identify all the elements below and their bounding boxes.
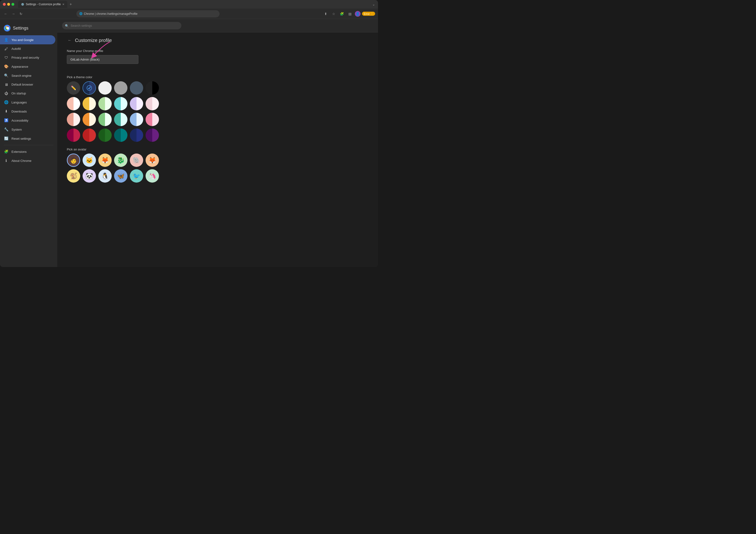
color-swatch-crimson[interactable] [67,129,80,142]
sidebar-item-accessibility[interactable]: ♿Accessibility [0,116,55,125]
sidebar-label-system: System [12,128,22,131]
sidebar-label-on-startup: On startup [12,91,26,95]
sidebar-icon-appearance: 🎨 [4,64,9,69]
sidebar-label-about-chrome: About Chrome [12,159,32,163]
sidebar-item-about-chrome[interactable]: ℹAbout Chrome [0,156,55,165]
url-bar[interactable]: 🌐 Chrome | chrome://settings/manageProfi… [76,10,220,17]
avatar-emoji-panda: 🐼 [85,172,93,180]
sidebar-toggle-icon[interactable]: ▤ [347,11,353,17]
sidebar-label-appearance: Appearance [12,65,28,68]
sidebar-label-default-browser: Default browser [12,83,33,86]
sidebar-icon-languages: 🌐 [4,100,9,104]
color-swatch-yellow-white[interactable] [83,97,96,110]
error-label: Error [364,13,370,15]
avatar-fox[interactable]: 🦊 [98,154,112,167]
color-swatch-purple[interactable] [146,129,159,142]
close-button[interactable] [3,3,6,6]
sidebar-label-search-engine: Search engine [12,74,32,77]
window-collapse[interactable]: ⌄ [372,2,375,6]
avatar-monkey[interactable]: 🐒 [67,169,80,183]
sidebar-item-search-engine[interactable]: 🔍Search engine [0,71,55,80]
avatar-emoji-dragon: 🐉 [117,157,124,164]
tab-bar: ⚙️ Settings - Customize profile ✕ + [18,1,370,8]
new-tab-button[interactable]: + [68,2,73,7]
back-nav-button[interactable]: ← [3,11,9,17]
color-swatch-darkteal[interactable] [114,129,127,142]
avatar-unicorn[interactable]: 🦄 [146,169,159,183]
color-swatch-dark-blue[interactable] [83,81,96,95]
theme-section-label: Pick a theme color [67,75,368,79]
sidebar-item-privacy-security[interactable]: 🛡Privacy and security [0,53,55,62]
sidebar-item-system[interactable]: 🔧System [0,125,55,134]
forward-nav-button[interactable]: → [11,11,16,17]
color-swatch-red[interactable] [83,129,96,142]
extensions-icon[interactable]: 🧩 [338,11,345,17]
active-tab[interactable]: ⚙️ Settings - Customize profile ✕ [18,1,67,8]
share-icon[interactable]: ⬆ [322,11,329,17]
color-swatch-navyblue[interactable] [130,129,143,142]
edit-icon: ✏️ [71,85,76,90]
color-swatch-slate[interactable] [130,81,143,95]
avatar-dragon[interactable]: 🐉 [114,154,127,167]
error-profile-button[interactable]: Error ⋮ [362,12,375,16]
search-wrapper: 🔍 [62,22,181,29]
sidebar-label-accessibility: Accessibility [12,119,28,122]
sidebar-item-on-startup[interactable]: ⏻On startup [0,89,55,98]
avatar-emoji-cat: 🐱 [85,157,93,164]
color-swatch-mint-white[interactable] [98,113,112,126]
color-swatch-lavender-white[interactable] [130,97,143,110]
avatar-origami-fox[interactable]: 🦊 [146,154,159,167]
reload-button[interactable]: ↻ [18,11,24,17]
avatar-emoji-origami-fox: 🦊 [148,157,156,164]
sidebar-icon-default-browser: 🖥 [4,83,9,87]
sidebar-item-reset-settings[interactable]: 🔄Reset settings [0,134,55,143]
bookmark-icon[interactable]: ☆ [331,11,337,17]
sidebar-icon-system: 🔧 [4,127,9,132]
sidebar-item-default-browser[interactable]: 🖥Default browser [0,80,55,89]
minimize-button[interactable] [7,3,10,6]
sidebar-item-you-and-google[interactable]: 👤You and Google [0,35,55,44]
color-swatch-teal-white[interactable] [114,113,127,126]
color-swatch-gray[interactable] [114,81,127,95]
avatar-emoji-penguin: 🐧 [101,172,109,180]
traffic-lights [3,3,14,6]
color-swatch-darkgreen[interactable] [98,129,112,142]
avatar-bird[interactable]: 🐦 [130,169,143,183]
sidebar-label-reset-settings: Reset settings [12,137,31,140]
profile-name-input[interactable] [67,55,138,64]
color-swatch-white[interactable] [98,81,112,95]
search-input[interactable] [62,22,181,29]
color-swatch-pink-white[interactable] [67,97,80,110]
color-swatch-green-white[interactable] [98,97,112,110]
name-input-wrapper [67,55,138,70]
avatar-elephant[interactable]: 🐘 [130,154,143,167]
sidebar-item-appearance[interactable]: 🎨Appearance [0,62,55,71]
color-swatch-custom[interactable]: ✏️ [67,81,80,95]
color-swatch-hotpink-white[interactable] [146,113,159,126]
avatar-penguin[interactable]: 🐧 [98,169,112,183]
sidebar-item-downloads[interactable]: ⬇Downloads [0,107,55,116]
maximize-button[interactable] [12,3,14,6]
sidebar-item-languages[interactable]: 🌐Languages [0,98,55,107]
avatar-butterfly[interactable]: 🦋 [114,169,127,183]
avatar-cat[interactable]: 🐱 [83,154,96,167]
avatar-section: Pick an avatar 🧑🐱🦊🐉🐘🦊🐒🐼🐧🦋🐦🦄 [67,147,368,183]
sidebar-icon-accessibility: ♿ [4,118,9,122]
tab-close-button[interactable]: ✕ [62,3,65,6]
color-swatch-lightblue-white[interactable] [130,113,143,126]
color-swatch-salmon[interactable] [67,113,80,126]
back-button[interactable]: ← [67,37,72,43]
color-swatch-black[interactable] [146,81,159,95]
sidebar-item-autofill[interactable]: 🖊Autofill [0,44,55,53]
svg-point-2 [87,86,92,90]
avatar-emoji-bird: 🐦 [133,172,140,180]
sidebar-icon-reset-settings: 🔄 [4,136,9,140]
color-swatch-cyan-white[interactable] [114,97,127,110]
color-swatch-pink2-white[interactable] [146,97,159,110]
color-swatch-orange-white[interactable] [83,113,96,126]
avatar-photo[interactable]: 🧑 [67,154,80,167]
avatar-panda[interactable]: 🐼 [83,169,96,183]
sidebar-label-downloads: Downloads [12,110,27,113]
sidebar-item-extensions[interactable]: 🧩Extensions [0,147,55,156]
profile-avatar-icon[interactable]: 👤 [355,11,361,17]
